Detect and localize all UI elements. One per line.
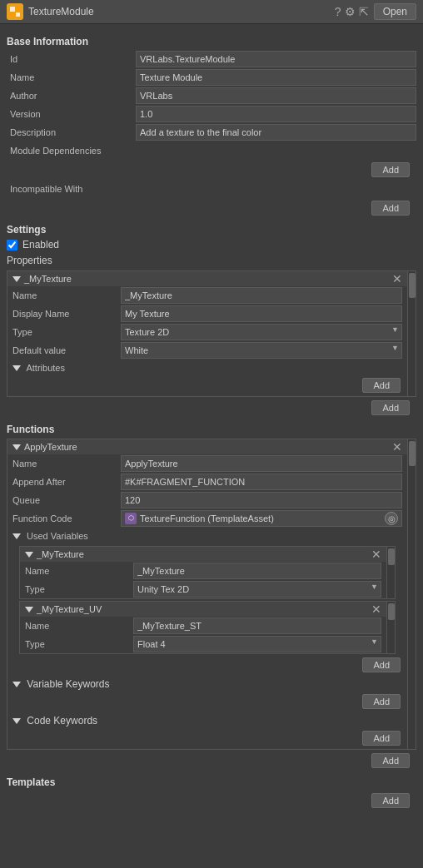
at-func-code-text: TextureFunction (TemplateAsset) <box>140 513 378 523</box>
module-icon <box>7 3 23 20</box>
titlebar-left: TextureModule <box>7 3 94 20</box>
used-vars-collapse-icon <box>12 533 21 539</box>
mtuv-type-select[interactable]: Float 4 <box>133 636 381 652</box>
templates-add-button[interactable]: Add <box>371 793 410 808</box>
svg-rect-1 <box>16 7 20 11</box>
mtv-type-select-wrapper: Unity Tex 2D <box>133 581 381 598</box>
settings-icon[interactable]: ⚙ <box>345 5 356 18</box>
my-texture-display-input[interactable] <box>121 305 402 322</box>
base-information-section: Base Information Id Name Author Version … <box>7 36 416 217</box>
attributes-collapse-icon <box>12 365 21 371</box>
attributes-label-text: Attributes <box>26 363 64 373</box>
used-vars-add-button[interactable]: Add <box>362 657 401 672</box>
at-func-code-btn[interactable]: ◎ <box>385 512 398 525</box>
titlebar: TextureModule ? ⚙ ⇱ Open <box>0 0 423 24</box>
apply-texture-scrollbar[interactable] <box>407 439 416 749</box>
module-deps-row: Module Dependencies <box>7 142 416 159</box>
my-texture-type-label: Type <box>12 327 121 337</box>
at-used-vars-row: Used Variables <box>7 528 407 544</box>
code-keywords-add-row: Add <box>7 729 407 747</box>
my-texture-attributes-row: Attributes <box>7 360 407 376</box>
my-texture-uv-title[interactable]: _MyTexture_UV <box>25 604 102 614</box>
mtv-type-row: Type Unity Tex 2D <box>20 580 386 598</box>
my-texture-default-select[interactable]: White <box>121 342 402 359</box>
help-icon[interactable]: ? <box>335 5 341 18</box>
my-texture-inner-add-button[interactable]: Add <box>362 378 401 393</box>
used-vars-add-row: Add <box>7 656 407 674</box>
at-queue-label: Queue <box>12 495 121 505</box>
at-func-code-value: ⬡ TextureFunction (TemplateAsset) ◎ <box>121 510 402 527</box>
settings-header: Settings <box>7 224 416 236</box>
incompatible-with-row: Incompatible With <box>7 181 416 197</box>
my-texture-close-icon[interactable]: ✕ <box>392 273 402 285</box>
properties-add-button[interactable]: Add <box>371 400 410 415</box>
apply-texture-with-scroll: ApplyTexture ✕ Name Append After Queue <box>7 439 416 749</box>
my-texture-uv-label: _MyTexture_UV <box>37 604 102 614</box>
my-texture-uv-content: _MyTexture_UV ✕ Name T <box>20 602 386 653</box>
at-append-input[interactable] <box>121 474 402 490</box>
var-keywords-collapse-icon <box>12 682 21 687</box>
description-input[interactable] <box>136 124 416 141</box>
author-input[interactable] <box>136 87 416 104</box>
at-name-input[interactable] <box>121 455 402 472</box>
my-texture-var-label: _MyTexture <box>37 549 84 559</box>
at-append-row: Append After <box>7 473 407 491</box>
functions-add-button[interactable]: Add <box>371 753 410 768</box>
at-func-code-label: Function Code <box>12 513 121 523</box>
external-icon[interactable]: ⇱ <box>359 5 369 18</box>
my-texture-title[interactable]: _MyTexture <box>12 274 72 284</box>
mtv-name-label: Name <box>25 566 133 576</box>
mtv-name-input[interactable] <box>133 563 381 579</box>
module-deps-add-button[interactable]: Add <box>371 162 410 177</box>
functions-add-row: Add <box>7 751 416 770</box>
code-keywords-collapse-icon <box>12 718 21 724</box>
version-input[interactable] <box>136 106 416 122</box>
my-texture-var-title[interactable]: _MyTexture <box>25 549 84 559</box>
my-texture-name-label: Name <box>12 290 121 300</box>
my-texture-type-select[interactable]: Texture 2D <box>121 324 402 340</box>
mtv-scrollbar[interactable] <box>386 547 395 598</box>
version-label: Version <box>7 109 136 119</box>
id-input[interactable] <box>136 51 416 67</box>
mtv-type-select[interactable]: Unity Tex 2D <box>133 581 381 598</box>
at-name-row: Name <box>7 454 407 473</box>
description-label: Description <box>7 127 136 137</box>
my-texture-uv-header: _MyTexture_UV ✕ <box>20 602 386 617</box>
my-texture-var-block: _MyTexture ✕ Name Type <box>19 546 396 599</box>
my-texture-var-close-icon[interactable]: ✕ <box>371 548 381 560</box>
properties-row: Properties <box>7 252 416 269</box>
my-texture-var-header: _MyTexture ✕ <box>20 547 386 562</box>
svg-rect-3 <box>16 12 20 17</box>
module-deps-label: Module Dependencies <box>7 146 136 156</box>
var-keywords-add-button[interactable]: Add <box>362 694 401 709</box>
apply-texture-title[interactable]: ApplyTexture <box>12 442 77 452</box>
var-keywords-label: Variable Keywords <box>12 678 110 690</box>
mtuv-name-input[interactable] <box>133 618 381 634</box>
name-input[interactable] <box>136 69 416 86</box>
incompatible-add-button[interactable]: Add <box>371 201 410 216</box>
code-keywords-add-button[interactable]: Add <box>362 731 401 746</box>
var-keywords-add-row: Add <box>7 692 407 711</box>
apply-texture-close-icon[interactable]: ✕ <box>392 441 402 453</box>
templates-add-row: Add <box>7 791 416 810</box>
my-texture-type-row: Type Texture 2D <box>7 323 407 341</box>
my-texture-var-with-scroll: _MyTexture ✕ Name Type <box>20 547 395 598</box>
titlebar-title: TextureModule <box>28 6 94 17</box>
my-texture-name-input[interactable] <box>121 287 402 304</box>
apply-texture-collapse-icon <box>12 444 21 450</box>
my-texture-label: _MyTexture <box>24 274 72 284</box>
mtuv-scrollbar[interactable] <box>386 602 395 653</box>
my-texture-display-name-row: Display Name <box>7 305 407 323</box>
templates-section: Templates Add <box>7 776 416 810</box>
my-texture-name-row: Name <box>7 286 407 305</box>
my-texture-uv-close-icon[interactable]: ✕ <box>371 603 381 615</box>
my-texture-scrollbar[interactable] <box>407 271 416 396</box>
my-texture-attributes-label: Attributes <box>12 363 121 373</box>
used-vars-label-text: Used Variables <box>27 531 88 541</box>
description-row: Description <box>7 124 416 141</box>
my-texture-default-row: Default value White <box>7 341 407 360</box>
at-queue-input[interactable] <box>121 492 402 508</box>
mtuv-type-label: Type <box>25 639 133 649</box>
enabled-checkbox[interactable] <box>7 240 17 250</box>
open-button[interactable]: Open <box>374 3 416 20</box>
